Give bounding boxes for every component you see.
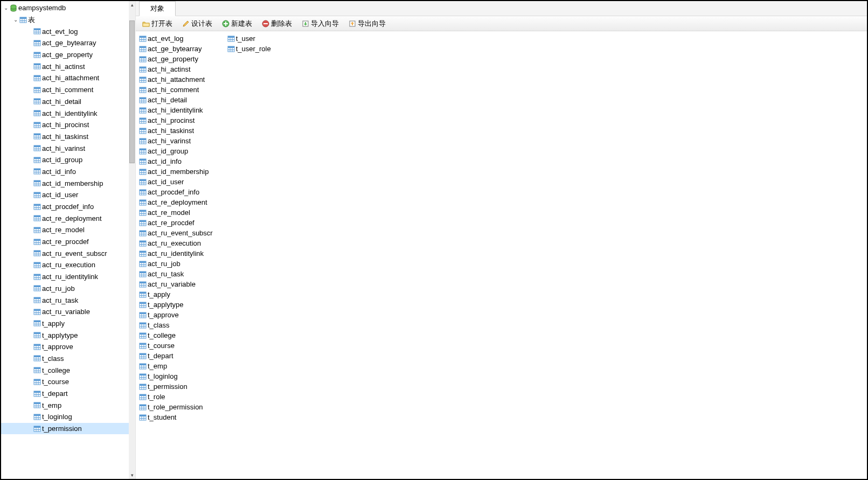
object-table-item[interactable]: t_loginlog xyxy=(139,371,225,381)
object-table-item[interactable]: act_hi_attachment xyxy=(139,74,225,85)
tree-table-item[interactable]: t_emp xyxy=(1,399,135,411)
tree-table-item[interactable]: act_re_model xyxy=(1,224,135,236)
tree-table-item[interactable]: act_procdef_info xyxy=(1,201,135,213)
object-table-item[interactable]: act_ge_property xyxy=(139,54,225,64)
tree-tables-folder[interactable]: ⌄ 表 xyxy=(1,14,135,26)
object-table-item[interactable]: t_applytype xyxy=(139,300,225,310)
tree-table-item[interactable]: act_hi_identitylink xyxy=(1,107,135,119)
scrollbar-thumb[interactable] xyxy=(129,20,135,163)
object-table-item[interactable]: act_hi_actinst xyxy=(139,64,225,74)
tree-table-item[interactable]: act_ru_identitylink xyxy=(1,271,135,283)
tree-table-item[interactable]: act_id_user xyxy=(1,189,135,201)
object-table-label: t_student xyxy=(147,413,177,421)
tree-table-item[interactable]: act_hi_actinst xyxy=(1,60,135,72)
object-table-item[interactable]: act_re_model xyxy=(139,207,225,218)
object-table-item[interactable]: act_hi_taskinst xyxy=(139,126,225,136)
tree-table-item[interactable]: act_evt_log xyxy=(1,25,135,37)
chevron-down-icon[interactable]: ⌄ xyxy=(12,17,19,23)
object-table-item[interactable]: act_re_procdef xyxy=(139,218,225,228)
object-table-item[interactable]: t_role xyxy=(139,392,225,402)
tree-table-label: t_emp xyxy=(41,401,61,409)
tree-table-item[interactable]: act_ge_bytearray xyxy=(1,37,135,49)
table-icon xyxy=(33,261,41,269)
tree-table-item[interactable]: act_re_procdef xyxy=(1,236,135,248)
sidebar-scrollbar[interactable]: ▴ ▾ xyxy=(129,1,135,479)
table-icon xyxy=(33,156,41,164)
tree-table-item[interactable]: act_id_membership xyxy=(1,177,135,189)
object-table-item[interactable]: act_re_deployment xyxy=(139,197,225,207)
tree-table-item[interactable]: act_ru_event_subscr xyxy=(1,247,135,259)
tree-table-item[interactable]: t_approve xyxy=(1,341,135,353)
tree-table-item[interactable]: act_re_deployment xyxy=(1,212,135,224)
object-table-item[interactable]: t_user xyxy=(227,33,314,44)
object-table-item[interactable]: act_evt_log xyxy=(139,33,225,44)
object-table-item[interactable]: t_student xyxy=(139,412,225,422)
new-table-button[interactable]: 新建表 xyxy=(220,18,254,30)
scroll-up-icon[interactable]: ▴ xyxy=(129,1,135,9)
tree-table-item[interactable]: act_hi_taskinst xyxy=(1,131,135,143)
scroll-down-icon[interactable]: ▾ xyxy=(129,471,135,479)
object-table-item[interactable]: t_user_role xyxy=(227,44,314,54)
tree-table-item[interactable]: act_ru_execution xyxy=(1,259,135,271)
object-table-item[interactable]: act_hi_detail xyxy=(139,95,225,105)
object-table-item[interactable]: t_course xyxy=(139,340,225,351)
object-table-item[interactable]: act_id_membership xyxy=(139,166,225,177)
tree-table-item[interactable]: t_permission xyxy=(1,423,135,435)
tree-table-item[interactable]: t_apply xyxy=(1,318,135,330)
tree-table-item[interactable]: t_applytype xyxy=(1,329,135,341)
object-table-label: t_class xyxy=(147,321,169,329)
tree-table-item[interactable]: act_ru_variable xyxy=(1,306,135,318)
object-table-item[interactable]: act_hi_comment xyxy=(139,85,225,95)
tree-db-node[interactable]: ⌄ eampsystemdb xyxy=(1,2,135,14)
design-table-button[interactable]: 设计表 xyxy=(180,18,214,30)
delete-table-button[interactable]: 删除表 xyxy=(260,18,294,30)
tree-table-item[interactable]: act_hi_comment xyxy=(1,84,135,96)
object-table-item[interactable]: t_apply xyxy=(139,289,225,300)
tree-table-item[interactable]: act_id_info xyxy=(1,166,135,178)
object-table-item[interactable]: t_role_permission xyxy=(139,402,225,412)
object-table-item[interactable]: act_id_info xyxy=(139,156,225,166)
tree-table-item[interactable]: t_depart xyxy=(1,388,135,400)
object-table-item[interactable]: act_hi_procinst xyxy=(139,115,225,126)
tree-table-item[interactable]: act_hi_attachment xyxy=(1,72,135,84)
tree-table-item[interactable]: t_class xyxy=(1,353,135,365)
object-table-item[interactable]: act_id_group xyxy=(139,146,225,156)
object-table-item[interactable]: t_depart xyxy=(139,351,225,361)
chevron-down-icon[interactable]: ⌄ xyxy=(2,5,10,11)
object-table-item[interactable]: act_ru_task xyxy=(139,269,225,279)
table-icon xyxy=(33,179,41,187)
tree-table-label: act_hi_comment xyxy=(41,86,93,94)
tree-table-item[interactable]: act_hi_detail xyxy=(1,96,135,108)
object-table-item[interactable]: act_procdef_info xyxy=(139,187,225,197)
object-table-item[interactable]: t_college xyxy=(139,330,225,340)
tree-table-item[interactable]: act_ge_property xyxy=(1,49,135,61)
object-table-label: act_ru_execution xyxy=(147,239,201,247)
object-table-item[interactable]: t_permission xyxy=(139,381,225,392)
tree-table-item[interactable]: act_ru_task xyxy=(1,294,135,306)
tab-objects[interactable]: 对象 xyxy=(139,1,176,16)
object-table-item[interactable]: act_id_user xyxy=(139,177,225,187)
table-icon xyxy=(19,16,27,24)
object-table-item[interactable]: act_ru_event_subscr xyxy=(139,228,225,238)
export-wizard-button[interactable]: 导出向导 xyxy=(346,18,388,30)
object-table-item[interactable]: t_approve xyxy=(139,310,225,320)
tree-table-item[interactable]: t_college xyxy=(1,364,135,376)
object-table-item[interactable]: t_class xyxy=(139,320,225,330)
object-table-item[interactable]: act_ru_job xyxy=(139,259,225,269)
tree-table-item[interactable]: act_ru_job xyxy=(1,283,135,295)
tree-table-item[interactable]: act_id_group xyxy=(1,154,135,166)
open-table-button[interactable]: 打开表 xyxy=(140,18,175,30)
object-table-item[interactable]: act_ru_execution xyxy=(139,238,225,248)
object-table-item[interactable]: act_ge_bytearray xyxy=(139,44,225,54)
object-table-item[interactable]: act_hi_identitylink xyxy=(139,105,225,115)
tree-table-item[interactable]: act_hi_varinst xyxy=(1,142,135,154)
object-table-item[interactable]: act_ru_identitylink xyxy=(139,248,225,259)
object-table-item[interactable]: act_ru_variable xyxy=(139,279,225,289)
import-wizard-button[interactable]: 导入向导 xyxy=(300,18,341,30)
scrollbar-track[interactable] xyxy=(129,9,135,471)
object-table-item[interactable]: t_emp xyxy=(139,361,225,371)
tree-table-item[interactable]: t_course xyxy=(1,376,135,388)
object-table-item[interactable]: act_hi_varinst xyxy=(139,136,225,146)
tree-table-item[interactable]: act_hi_procinst xyxy=(1,119,135,131)
tree-table-item[interactable]: t_loginlog xyxy=(1,411,135,423)
